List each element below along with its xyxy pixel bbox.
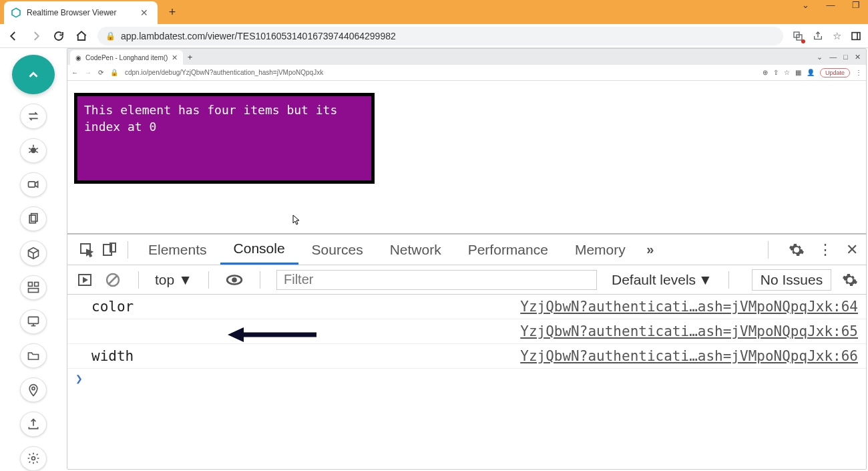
svg-point-20: [32, 457, 35, 460]
update-button[interactable]: Update: [820, 68, 850, 77]
lock-icon: 🔒: [105, 31, 116, 41]
reload-icon[interactable]: ⟳: [98, 69, 103, 76]
share-icon[interactable]: ⇪: [773, 69, 779, 76]
svg-point-19: [32, 387, 35, 389]
outer-tab-title: Realtime Browser Viewer: [27, 8, 117, 17]
close-icon[interactable]: ✕: [846, 241, 858, 259]
annotation-arrow-icon: [226, 325, 320, 344]
log-levels-selector[interactable]: Default levels ▼: [612, 272, 712, 288]
console-output[interactable]: color YzjQbwN?authenticati…ash=jVMpoNQpq…: [67, 295, 866, 469]
video-icon[interactable]: [20, 172, 47, 197]
close-icon[interactable]: ✕: [172, 53, 178, 62]
minimize-icon[interactable]: —: [829, 53, 837, 61]
outer-url-text: app.lambdatest.com/viewer/TES10160531401…: [121, 31, 396, 41]
separator: [138, 271, 139, 289]
console-prompt[interactable]: ❯: [67, 369, 866, 388]
tab-console[interactable]: Console: [220, 234, 298, 265]
menu-icon[interactable]: ⋮: [855, 69, 862, 76]
kebab-menu-icon[interactable]: ⋮: [818, 241, 833, 259]
mouse-cursor-icon: [292, 214, 299, 224]
collapse-fab-button[interactable]: [12, 55, 55, 94]
console-drawer-icon[interactable]: [75, 272, 94, 288]
home-icon[interactable]: [75, 29, 88, 43]
maximize-icon[interactable]: □: [843, 53, 848, 61]
gear-icon[interactable]: [842, 272, 858, 288]
separator: [728, 271, 729, 289]
package-icon[interactable]: [20, 241, 47, 265]
chevron-down-icon[interactable]: ⌄: [817, 53, 823, 61]
gear-icon[interactable]: [789, 242, 805, 258]
context-selector[interactable]: top ▼: [155, 272, 192, 288]
side-panel-icon[interactable]: [851, 31, 861, 41]
tab-elements[interactable]: Elements: [135, 234, 220, 265]
svg-line-26: [109, 276, 117, 284]
more-tabs-icon[interactable]: »: [639, 242, 662, 257]
log-source-link[interactable]: YzjQbwN?authenticati…ash=jVMpoNQpqJxk:64: [520, 299, 858, 315]
star-icon[interactable]: ☆: [784, 69, 790, 76]
console-toolbar: top ▼ Default levels ▼ No Issues: [67, 265, 866, 295]
outer-titlebar: Realtime Browser Viewer ✕ + ⌄ — ❐: [0, 0, 868, 24]
minimize-icon[interactable]: —: [824, 0, 837, 10]
remote-browser-window: ◉ CodePen - Longhand item() ✕ + ⌄ — □ ✕ …: [67, 48, 867, 470]
folder-icon[interactable]: [20, 343, 47, 368]
forward-icon[interactable]: [29, 29, 43, 43]
issues-button[interactable]: No Issues: [752, 269, 831, 291]
svg-line-8: [29, 152, 31, 153]
svg-rect-13: [29, 283, 33, 287]
monitor-icon[interactable]: [20, 309, 47, 334]
new-tab-button[interactable]: +: [163, 3, 182, 21]
close-icon[interactable]: ✕: [138, 7, 151, 18]
inspect-element-icon[interactable]: [75, 242, 98, 258]
filter-input[interactable]: [276, 270, 597, 290]
log-message: width: [91, 348, 134, 364]
upload-icon[interactable]: [20, 412, 47, 436]
tab-network[interactable]: Network: [377, 234, 455, 265]
svg-rect-15: [29, 289, 39, 293]
back-icon[interactable]: ←: [71, 69, 78, 76]
outer-toolbar: 🔒 app.lambdatest.com/viewer/TES101605314…: [0, 24, 868, 48]
forward-icon[interactable]: →: [85, 69, 91, 76]
tab-sources[interactable]: Sources: [298, 234, 377, 265]
close-icon[interactable]: ✕: [855, 53, 861, 61]
chevron-down-icon[interactable]: ⌄: [799, 0, 812, 10]
switch-icon[interactable]: [20, 104, 47, 128]
location-icon[interactable]: [20, 377, 47, 402]
svg-rect-10: [29, 182, 35, 187]
page-viewport[interactable]: This element has four items but its inde…: [67, 81, 866, 233]
demo-element: This element has four items but its inde…: [74, 93, 375, 184]
reload-icon[interactable]: [52, 29, 65, 43]
maximize-icon[interactable]: ❐: [849, 0, 863, 10]
device-toggle-icon[interactable]: [98, 242, 121, 258]
star-icon[interactable]: ☆: [833, 30, 841, 42]
copy-icon[interactable]: [20, 206, 47, 231]
bug-icon[interactable]: [20, 138, 47, 163]
log-message: color: [91, 299, 134, 315]
svg-point-28: [232, 277, 237, 283]
tab-memory[interactable]: Memory: [562, 234, 639, 265]
log-source-link[interactable]: YzjQbwN?authenticati…ash=jVMpoNQpqJxk:66: [520, 348, 858, 364]
inner-toolbar: ← → ⟳ 🔒 cdpn.io/pen/debug/YzjQbwN?authen…: [67, 65, 866, 81]
layout-icon[interactable]: [20, 275, 47, 300]
back-icon[interactable]: [7, 29, 20, 43]
separator: [208, 271, 209, 289]
share-icon[interactable]: [813, 31, 823, 41]
tab-performance[interactable]: Performance: [455, 234, 562, 265]
zoom-icon[interactable]: ⊕: [763, 69, 768, 76]
extension-icon[interactable]: ▦: [795, 69, 801, 76]
inner-browser-tab[interactable]: ◉ CodePen - Longhand item() ✕: [70, 50, 183, 65]
inner-new-tab-button[interactable]: +: [183, 52, 196, 62]
lambdatest-sidebar: [0, 48, 67, 471]
context-label: top: [155, 272, 174, 288]
svg-marker-30: [228, 327, 244, 342]
gear-icon[interactable]: [20, 446, 47, 471]
log-source-link[interactable]: YzjQbwN?authenticati…ash=jVMpoNQpqJxk:65: [520, 323, 858, 339]
svg-rect-2: [852, 32, 860, 39]
outer-browser-tab[interactable]: Realtime Browser Viewer ✕: [4, 1, 158, 24]
profile-icon[interactable]: 👤: [807, 69, 815, 76]
outer-url-bar[interactable]: 🔒 app.lambdatest.com/viewer/TES101605314…: [97, 27, 783, 45]
inner-url-text[interactable]: cdpn.io/pen/debug/YzjQbwN?authentication…: [125, 69, 756, 76]
live-expression-icon[interactable]: [225, 271, 244, 289]
translate-icon[interactable]: [793, 31, 803, 41]
clear-console-icon[interactable]: [103, 272, 122, 288]
chevron-down-icon: ▼: [178, 272, 192, 288]
